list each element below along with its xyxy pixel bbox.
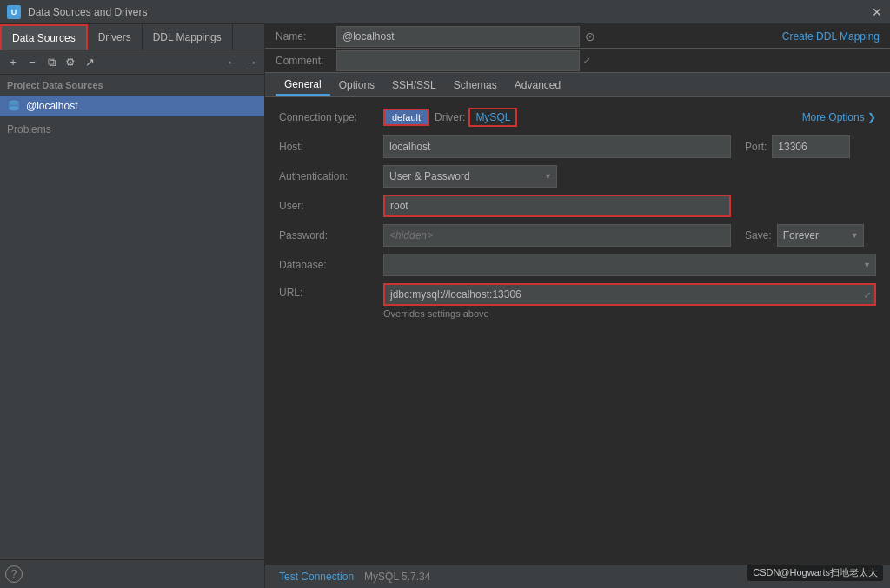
database-select-wrapper [383, 254, 876, 276]
url-expand-icon[interactable]: ⤢ [864, 290, 871, 300]
right-tabs: General Options SSH/SSL Schemas Advanced [265, 73, 890, 97]
user-input[interactable] [383, 195, 731, 217]
right-panel: Name: ⊙ Create DDL Mapping Comment: ⤢ Ge… [265, 24, 890, 588]
password-row: Password: Save: Forever Until restart Ne… [279, 224, 876, 247]
test-connection-button[interactable]: Test Connection [279, 571, 354, 583]
prev-button[interactable]: ← [224, 55, 240, 70]
close-button[interactable]: ✕ [871, 6, 883, 18]
auth-label: Authentication: [279, 170, 383, 182]
host-label: Host: [279, 141, 383, 153]
title-bar-text: Data Sources and Drivers [28, 6, 871, 18]
help-button[interactable]: ? [5, 565, 23, 583]
host-row: Host: Port: [279, 135, 876, 158]
tab-schemas[interactable]: Schemas [445, 76, 506, 95]
left-panel: Data Sources Drivers DDL Mappings + − ⧉ … [0, 24, 265, 588]
duplicate-button[interactable]: ⧉ [43, 55, 59, 70]
nav-buttons: ← → [224, 55, 259, 70]
conn-type-badge[interactable]: default [383, 109, 429, 126]
url-row: URL: ⤢ Overrides settings above [279, 283, 876, 319]
save-select-wrapper: Forever Until restart Never [777, 224, 864, 247]
url-input-wrapper: ⤢ Overrides settings above [383, 283, 876, 319]
tab-drivers[interactable]: Drivers [88, 24, 143, 50]
user-row: User: [279, 195, 876, 217]
tab-ssh-ssl[interactable]: SSH/SSL [383, 76, 445, 95]
overrides-text: Overrides settings above [383, 308, 876, 319]
comment-label: Comment: [276, 55, 336, 67]
next-button[interactable]: → [243, 55, 259, 70]
driver-badge[interactable]: MySQL [468, 108, 517, 127]
problems-section[interactable]: Problems [0, 116, 264, 142]
port-input[interactable] [772, 135, 850, 158]
project-header: Project Data Sources [0, 75, 264, 96]
auth-select[interactable]: User & Password No auth Password Credent… [383, 165, 557, 188]
database-select[interactable] [383, 254, 876, 276]
svg-point-2 [9, 107, 19, 111]
save-select[interactable]: Forever Until restart Never [777, 224, 864, 247]
form-area: Connection type: default Driver: MySQL M… [265, 97, 890, 565]
main-content: Data Sources Drivers DDL Mappings + − ⧉ … [0, 24, 890, 588]
app-icon: U [7, 5, 21, 19]
comment-row: Comment: ⤢ [265, 49, 890, 73]
user-label: User: [279, 200, 383, 212]
mysql-version: MySQL 5.7.34 [364, 571, 430, 583]
driver-label: Driver: [435, 111, 465, 123]
title-bar: U Data Sources and Drivers ✕ [0, 0, 890, 24]
more-options-link[interactable]: More Options ❯ [802, 111, 876, 123]
datasource-name: @localhost [26, 100, 78, 112]
save-label: Save: [745, 229, 772, 241]
tab-data-sources[interactable]: Data Sources [0, 24, 88, 50]
name-row: Name: ⊙ Create DDL Mapping [265, 24, 890, 49]
name-input[interactable] [336, 26, 580, 47]
add-button[interactable]: + [5, 55, 21, 70]
name-clear-icon[interactable]: ⊙ [585, 30, 595, 43]
create-ddl-link[interactable]: Create DDL Mapping [782, 30, 880, 43]
comment-expand-icon[interactable]: ⤢ [583, 56, 590, 65]
remove-button[interactable]: − [24, 55, 40, 70]
tab-options[interactable]: Options [330, 76, 383, 95]
url-input[interactable] [383, 283, 876, 306]
url-label: URL: [279, 287, 383, 299]
config-button[interactable]: ⚙ [63, 55, 78, 70]
auth-select-wrapper: User & Password No auth Password Credent… [383, 165, 557, 188]
left-bottom: ? [0, 559, 264, 588]
url-inner: ⤢ [383, 283, 876, 306]
name-label: Name: [276, 30, 336, 43]
problems-label: Problems [7, 123, 51, 135]
database-row: Database: [279, 254, 876, 276]
auth-row: Authentication: User & Password No auth … [279, 165, 876, 188]
password-input[interactable] [383, 224, 731, 247]
left-toolbar: + − ⧉ ⚙ ↗ ← → [0, 50, 264, 75]
tab-general[interactable]: General [276, 75, 330, 96]
datasource-item-localhost[interactable]: @localhost [0, 96, 264, 116]
host-input[interactable] [383, 135, 731, 158]
port-label: Port: [745, 141, 767, 153]
tab-ddl-mappings[interactable]: DDL Mappings [143, 24, 233, 50]
database-label: Database: [279, 259, 383, 271]
watermark: CSDN@Hogwarts扫地老太太 [747, 565, 883, 581]
database-icon [7, 99, 21, 113]
conn-type-row: Connection type: default Driver: MySQL M… [279, 108, 876, 127]
password-label: Password: [279, 229, 383, 241]
conn-type-label: Connection type: [279, 111, 383, 123]
export-button[interactable]: ↗ [82, 55, 97, 70]
left-tabs: Data Sources Drivers DDL Mappings [0, 24, 264, 50]
comment-input[interactable] [336, 50, 580, 71]
tab-advanced[interactable]: Advanced [506, 76, 569, 95]
